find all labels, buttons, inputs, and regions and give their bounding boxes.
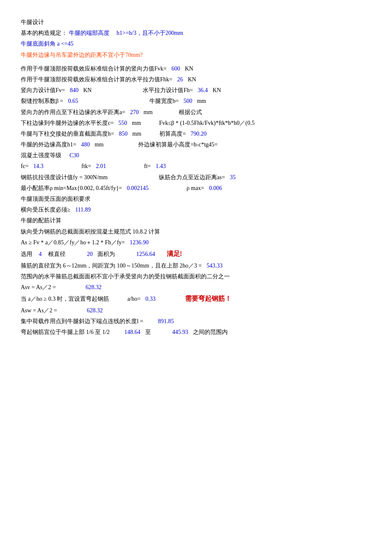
- bent-range-val2: 445.93: [172, 329, 188, 335]
- as-formula-line: As ≥ Fv＊a／0.85／fy／ho＋1.2＊Fh／fy= 1236.90: [21, 237, 371, 248]
- select-area: 1256.64: [136, 251, 156, 257]
- pressure-area-label: 牛腿顶面受压面的面积要求: [21, 196, 90, 202]
- concrete-line: 混凝土强度等级 C30: [21, 150, 371, 161]
- bent-range-val1: 148.64: [124, 329, 141, 335]
- as-val: 35: [230, 174, 236, 180]
- fhk-label: 作用于牛腿顶部按荷载效应标准组合计算的水平拉力值Fhk=: [21, 76, 173, 83]
- b-unit: mm: [197, 98, 206, 104]
- bent-range-line: 弯起钢筋宜位于牛腿上部 1/6 至 1/2 148.64 至 445.93 之间…: [21, 327, 371, 337]
- range-label: 范围内的水平箍筋总截面面积不宜小于承受竖向力的受拉钢筋截面面积的二分之一: [21, 273, 230, 280]
- bent-range-end: 之间的范围内: [193, 329, 228, 335]
- h-line: 牛腿与下柱交接处的垂直截面高度h= 850 mm 初算高度= 790.20: [21, 129, 371, 139]
- fv-unit: KN: [83, 87, 92, 93]
- bent-range-to: 至: [145, 329, 151, 335]
- fh-label: 水平拉力设计值Fh=: [143, 87, 193, 93]
- aho-val: 0.33: [145, 296, 156, 302]
- title-line: 牛腿设计: [21, 17, 371, 27]
- aho-label: a/ho=: [127, 296, 141, 302]
- asv-line: Asv = As／2 = 628.32: [21, 282, 371, 292]
- rule3-text: 牛腿外边缘与吊车梁外边的距离不宜小于70mm?: [21, 52, 143, 58]
- concrete-label: 混凝土强度等级: [21, 152, 61, 158]
- rule2-line: 牛腿底面斜角 a <=45: [21, 39, 371, 49]
- select-dia-label: 根直径: [48, 251, 66, 257]
- bent-range-label: 弯起钢筋宜位于牛腿上部 1/6 至 1/2: [21, 329, 110, 335]
- main-content: 牛腿设计 基本的构造规定： 牛腿的端部高度 h1>=h/3，且不小于200mm …: [21, 17, 371, 338]
- as-label: 纵筋合力点至近边距离as=: [159, 174, 225, 180]
- beta-label: 裂缝控制系数β =: [21, 98, 63, 104]
- fh-unit: KN: [213, 87, 221, 93]
- stirrup-label: 箍筋的直径宜为 6～12mm，间距宜为 100～150mm，且在上部 2ho／3…: [21, 263, 202, 269]
- stirrup-line: 箍筋的直径宜为 6～12mm，间距宜为 100～150mm，且在上部 2ho／3…: [21, 260, 371, 271]
- h1-val: 480: [81, 141, 90, 148]
- pressure-width-line: 横向受压长度必须≥ 111.89: [21, 204, 371, 215]
- ftk-val: 2.01: [96, 163, 106, 169]
- rule3-line: 牛腿外边缘与吊车梁外边的距离不宜小于70mm?: [21, 50, 371, 60]
- c-label: 下柱边缘到牛腿外边缘的水平长度c=: [21, 120, 114, 126]
- asw-line: Asw = As／2 = 628.32: [21, 305, 371, 316]
- rule-label: 基本的构造规定：: [21, 30, 67, 36]
- fhk-unit: KN: [188, 76, 196, 83]
- ft-label: ft=: [144, 163, 151, 169]
- h-label: 牛腿与下柱交接处的垂直截面高度h=: [21, 131, 114, 137]
- length-line: 集中荷载作用点到牛腿斜边下端点连线的长度l = 891.85: [21, 316, 371, 326]
- fhk-val: 26: [177, 76, 183, 83]
- fc-line: fc= 14.3 ftk= 2.01 ft= 1.43: [21, 161, 371, 171]
- beta-line: 裂缝控制系数β = 0.65 牛腿宽度b= 500 mm: [21, 96, 371, 106]
- fy-line: 钢筋抗拉强度设计值fy = 300N/mm 纵筋合力点至近边距离as= 35: [21, 172, 371, 183]
- select-line: 选用 4 根直径 20 面积为 1256.64 满足!: [21, 248, 371, 260]
- pressure-area-line: 牛腿顶面受压面的面积要求: [21, 194, 371, 204]
- fh-val: 36.4: [198, 87, 208, 93]
- c-unit: mm: [132, 120, 141, 126]
- stirrup-val: 543.33: [207, 263, 223, 269]
- fv-label: 竖向力设计值Fv=: [21, 87, 65, 93]
- range-line: 范围内的水平箍筋总截面面积不宜小于承受竖向力的受拉钢筋截面面积的二分之一: [21, 271, 371, 282]
- fvk-val: 600: [171, 66, 180, 72]
- as-formula-val: 1236.90: [130, 239, 149, 246]
- c-line: 下柱边缘到牛腿外边缘的水平长度c= 550 mm Fvk≤β＊(1-0.5Fhk…: [21, 118, 371, 128]
- rho-val: 0.002145: [127, 185, 149, 191]
- a-note: 根据公式: [179, 109, 202, 115]
- length-val: 891.85: [158, 318, 174, 324]
- h1-note: 外边缘初算最小高度=h-c*tg45=: [138, 141, 218, 148]
- beta-val: 0.65: [68, 98, 78, 104]
- b-label: 牛腿宽度b=: [149, 98, 179, 104]
- h-note-val: 790.20: [191, 131, 207, 137]
- h1-label: 牛腿的外边缘高度h1=: [21, 141, 76, 148]
- rho-max-val: 0.006: [209, 185, 222, 191]
- fc-val: 14.3: [33, 163, 44, 169]
- h-note: 初算高度=: [159, 131, 186, 137]
- rebar-calc-label: 牛腿的配筋计算: [21, 217, 61, 224]
- rule1-text: 牛腿的端部高度 h1>=h/3，且不小于200mm: [69, 30, 183, 36]
- rho-label: 最小配筋率ρ min=Max{0.002, 0.45ft/fy}=: [21, 185, 122, 191]
- fvk-line: 作用于牛腿顶部按荷载效应标准组合计算的竖向力值Fvk= 600 KN: [21, 63, 371, 74]
- satisfy-label: 满足!: [167, 250, 182, 257]
- rebar-long-label: 纵向受力钢筋的总截面面积按混凝土规范式 10.8.2 计算: [21, 229, 160, 235]
- fvk-unit: KN: [185, 66, 193, 72]
- b-val: 500: [183, 98, 192, 104]
- bent-condition-line: 当 a／ho ≥ 0.3 时，宜设置弯起钢筋 a/ho= 0.33 需要弯起钢筋…: [21, 293, 371, 305]
- select-area-label: 面积为: [97, 251, 115, 257]
- c-val: 550: [119, 120, 127, 126]
- fv-val: 840: [70, 87, 78, 93]
- select-dia: 20: [87, 251, 93, 257]
- ft-val: 1.43: [156, 163, 166, 169]
- rule-header: 基本的构造规定： 牛腿的端部高度 h1>=h/3，且不小于200mm: [21, 28, 371, 38]
- rho-line: 最小配筋率ρ min=Max{0.002, 0.45ft/fy}= 0.0021…: [21, 183, 371, 193]
- rebar-long-line: 纵向受力钢筋的总截面面积按混凝土规范式 10.8.2 计算: [21, 226, 371, 237]
- rebar-calc-line: 牛腿的配筋计算: [21, 215, 371, 226]
- a-line: 竖向力的作用点至下柱边缘的水平距离a= 270 mm 根据公式: [21, 107, 371, 117]
- concrete-val: C30: [70, 152, 79, 158]
- select-label: 选用: [21, 251, 32, 257]
- as-formula: As ≥ Fv＊a／0.85／fy／ho＋1.2＊Fh／fy=: [21, 239, 125, 246]
- asv-formula: Asv = As／2 =: [21, 284, 56, 290]
- bent-needed: 需要弯起钢筋！: [185, 295, 231, 302]
- rho-max-label: ρ max=: [187, 185, 205, 191]
- page-title: 牛腿设计: [21, 19, 44, 25]
- h-val: 850: [119, 131, 127, 137]
- pressure-width-val: 111.89: [75, 207, 90, 213]
- asw-val: 628.32: [87, 307, 103, 314]
- select-count: 4: [39, 251, 42, 257]
- h-unit: mm: [132, 131, 141, 137]
- ftk-label: ftk=: [81, 163, 91, 169]
- fy-label: 钢筋抗拉强度设计值fy = 300N/mm: [21, 174, 107, 180]
